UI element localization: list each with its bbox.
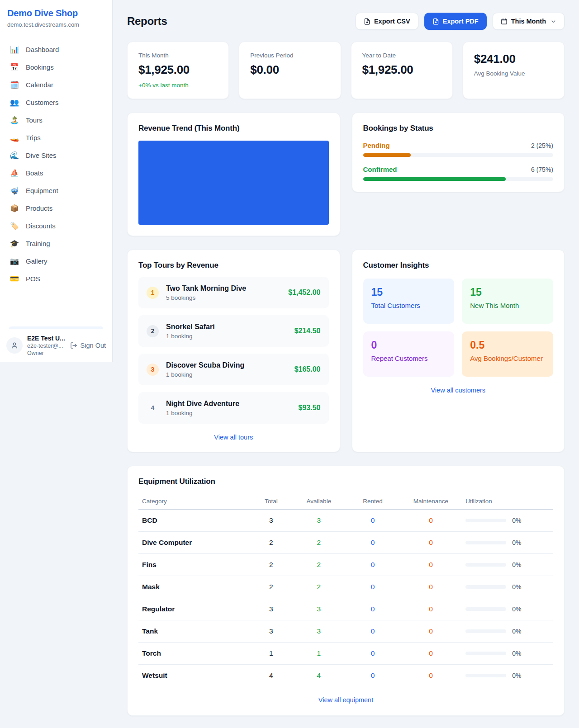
- speedboat-icon: 🚤: [10, 133, 19, 142]
- top-tours-card: Top Tours by Revenue 1 Two Tank Morning …: [127, 250, 340, 452]
- sidebar-item-bookings[interactable]: 📅Bookings: [5, 58, 108, 76]
- insight-tile-avg-bookings: 0.5 Avg Bookings/Customer: [462, 331, 553, 377]
- cell-rented: 0: [346, 643, 399, 665]
- tour-revenue: $165.00: [294, 365, 321, 373]
- view-all-customers-link[interactable]: View all customers: [363, 387, 554, 394]
- insights-row: Top Tours by Revenue 1 Two Tank Morning …: [127, 250, 565, 452]
- equipment-utilization-card: Equipment Utilization Category Total Ava…: [127, 466, 565, 716]
- cell-category: BCD: [138, 510, 251, 532]
- tour-row[interactable]: 4 Night Dive Adventure 1 booking $93.50: [138, 392, 329, 424]
- cell-total: 1: [251, 643, 292, 665]
- utilization-bar: [465, 674, 506, 677]
- sidebar-item-tours[interactable]: 🏝️Tours: [5, 111, 108, 129]
- stat-card-this-month: This Month $1,925.00 +0% vs last month: [127, 42, 229, 99]
- tour-row[interactable]: 3 Discover Scuba Diving 1 booking $165.0…: [138, 354, 329, 385]
- tour-bookings: 1 booking: [166, 333, 215, 340]
- cell-maintenance: 0: [400, 532, 462, 554]
- avatar: [6, 337, 23, 354]
- stat-card-avg-booking-value: $241.00 Avg Booking Value: [463, 42, 565, 99]
- sidebar-item-pos[interactable]: 💳POS: [5, 270, 108, 288]
- cell-rented: 0: [346, 532, 399, 554]
- sidebar-item-label: Training: [26, 240, 50, 247]
- cell-available: 2: [292, 532, 346, 554]
- utilization-percent: 0%: [512, 628, 521, 635]
- tour-row[interactable]: 1 Two Tank Morning Dive 5 bookings $1,45…: [138, 277, 329, 308]
- page-title: Reports: [127, 15, 167, 28]
- sign-out-button[interactable]: Sign Out: [70, 342, 106, 349]
- sidebar-item-customers[interactable]: 👥Customers: [5, 94, 108, 111]
- sidebar-item-label: Dive Sites: [26, 151, 57, 159]
- sidebar-item-training[interactable]: 🎓Training: [5, 235, 108, 252]
- view-all-tours-link[interactable]: View all tours: [138, 434, 329, 441]
- chevron-down-icon: [551, 19, 556, 24]
- cell-category: Tank: [138, 620, 251, 643]
- stat-delta: +0% vs last month: [138, 82, 218, 89]
- insight-tile-repeat-customers: 0 Repeat Customers: [363, 331, 455, 377]
- stat-label: This Month: [138, 52, 218, 59]
- sidebar-item-label: Dashboard: [26, 46, 59, 53]
- column-header-utilization: Utilization: [462, 493, 553, 510]
- table-row: Dive Computer 2 2 0 0 0%: [138, 532, 553, 554]
- top-tours-title: Top Tours by Revenue: [138, 261, 329, 270]
- revenue-trend-title: Revenue Trend (This Month): [138, 124, 329, 133]
- sidebar-item-products[interactable]: 📦Products: [5, 199, 108, 217]
- tour-row[interactable]: 2 Snorkel Safari 1 booking $214.50: [138, 315, 329, 347]
- stat-value: $241.00: [474, 52, 553, 66]
- stat-label: Year to Date: [362, 52, 441, 59]
- period-dropdown[interactable]: This Month: [493, 13, 565, 30]
- cell-maintenance: 0: [400, 554, 462, 576]
- sidebar-item-calendar[interactable]: 🗓️Calendar: [5, 76, 108, 94]
- credit-card-icon: 💳: [10, 274, 19, 283]
- tile-label: Total Customers: [371, 302, 446, 309]
- sidebar-item-label: Equipment: [26, 187, 58, 194]
- tour-name: Discover Scuba Diving: [166, 361, 244, 369]
- export-pdf-button[interactable]: Export PDF: [424, 13, 487, 30]
- stat-value: $1,925.00: [138, 63, 218, 77]
- progress-track: [363, 153, 554, 157]
- view-all-equipment-link[interactable]: View all equipment: [138, 696, 553, 704]
- column-header-maintenance: Maintenance: [400, 493, 462, 510]
- customer-insights-card: Customer Insights 15 Total Customers 15 …: [352, 250, 565, 452]
- sidebar-item-trips[interactable]: 🚤Trips: [5, 129, 108, 147]
- progress-fill: [363, 153, 411, 157]
- cell-maintenance: 0: [400, 665, 462, 687]
- cell-available: 3: [292, 510, 346, 532]
- export-csv-button[interactable]: Export CSV: [356, 13, 418, 30]
- sidebar-nav: 📊Dashboard 📅Bookings 🗓️Calendar 👥Custome…: [0, 35, 112, 329]
- stat-label: Previous Period: [250, 52, 329, 59]
- cell-total: 4: [251, 665, 292, 687]
- sidebar-item-dive-sites[interactable]: 🌊Dive Sites: [5, 147, 108, 164]
- tag-icon: 🏷️: [10, 222, 19, 230]
- sidebar-item-gallery[interactable]: 📷Gallery: [5, 252, 108, 270]
- sidebar-item-discounts[interactable]: 🏷️Discounts: [5, 217, 108, 235]
- customer-insights-title: Customer Insights: [363, 261, 554, 270]
- user-name: E2E Test U...: [27, 335, 65, 342]
- table-row: Regulator 3 3 0 0 0%: [138, 598, 553, 620]
- stats-row: This Month $1,925.00 +0% vs last month P…: [127, 42, 565, 99]
- tile-value: 0.5: [470, 339, 545, 351]
- main-content: Reports Export CSV Export PDF This Month…: [113, 0, 579, 728]
- utilization-bar: [465, 629, 506, 633]
- column-header-total: Total: [251, 493, 292, 510]
- sidebar-item-equipment[interactable]: 🤿Equipment: [5, 182, 108, 199]
- revenue-trend-card: Revenue Trend (This Month): [127, 113, 340, 236]
- brand-block: Demo Dive Shop demo.test.divestreams.com: [0, 0, 112, 35]
- user-email: e2e-tester@...: [27, 343, 65, 349]
- sidebar-item-label: Products: [26, 204, 52, 212]
- package-icon: 📦: [10, 204, 19, 213]
- user-info: E2E Test U... e2e-tester@... Owner: [27, 335, 65, 356]
- cell-category: Wetsuit: [138, 665, 251, 687]
- sidebar-item-dashboard[interactable]: 📊Dashboard: [5, 41, 108, 58]
- tile-value: 15: [470, 286, 545, 298]
- cell-category: Regulator: [138, 598, 251, 620]
- cell-rented: 0: [346, 620, 399, 643]
- tile-value: 0: [371, 339, 446, 351]
- column-header-rented: Rented: [346, 493, 399, 510]
- stat-card-previous-period: Previous Period $0.00: [239, 42, 341, 99]
- table-row: Mask 2 2 0 0 0%: [138, 576, 553, 598]
- cell-available: 2: [292, 576, 346, 598]
- status-count: 6 (75%): [531, 166, 553, 173]
- sidebar-item-boats[interactable]: ⛵Boats: [5, 164, 108, 182]
- progress-fill: [363, 177, 506, 181]
- cell-total: 2: [251, 554, 292, 576]
